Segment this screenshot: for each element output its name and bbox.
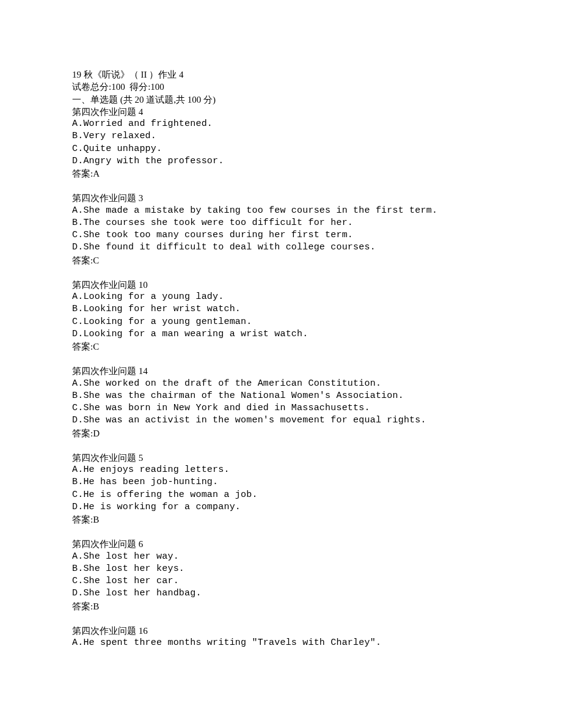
option-a: A.He spent three months writing "Travels… — [72, 637, 500, 649]
question-block: 第四次作业问题 10 A.Looking for a young lady. B… — [72, 279, 500, 353]
question-title: 第四次作业问题 14 — [72, 365, 500, 377]
option-a: A.Looking for a young lady. — [72, 291, 500, 303]
option-d: D.Looking for a man wearing a wrist watc… — [72, 328, 500, 340]
option-c: C.He is offering the woman a job. — [72, 489, 500, 501]
option-c: C.She took too many courses during her f… — [72, 229, 500, 241]
question-title: 第四次作业问题 3 — [72, 192, 500, 204]
option-c: C.She was born in New York and died in M… — [72, 402, 500, 414]
option-a: A.She made a mistake by taking too few c… — [72, 205, 500, 217]
option-b: B.He has been job-hunting. — [72, 476, 500, 488]
question-block: 第四次作业问题 3 A.She made a mistake by taking… — [72, 192, 500, 267]
answer-line: 答案:C — [72, 254, 500, 267]
option-d: D.She lost her handbag. — [72, 587, 500, 600]
question-title: 第四次作业问题 6 — [72, 538, 500, 550]
answer-line: 答案:B — [72, 513, 500, 526]
question-title: 第四次作业问题 16 — [72, 625, 500, 637]
option-d: D.Angry with the professor. — [72, 155, 500, 167]
option-b: B.She lost her keys. — [72, 563, 500, 575]
section-title: 一、单选题 (共 20 道试题,共 100 分) — [72, 94, 500, 106]
answer-line: 答案:D — [72, 427, 500, 439]
answer-line: 答案:B — [72, 600, 500, 612]
option-c: C.Looking for a young gentleman. — [72, 316, 500, 328]
question-block: 第四次作业问题 16 A.He spent three months writi… — [72, 625, 500, 650]
score-line: 试卷总分:100 得分:100 — [72, 81, 500, 93]
option-b: B.Looking for her wrist watch. — [72, 303, 500, 315]
question-block: 第四次作业问题 6 A.She lost her way. B.She lost… — [72, 538, 500, 612]
doc-title: 19 秋《听说》（ II ）作业 4 — [72, 68, 500, 81]
option-d: D.He is working for a company. — [72, 501, 500, 513]
option-a: A.She worked on the draft of the America… — [72, 378, 500, 390]
option-b: B.The courses she took were too difficul… — [72, 217, 500, 229]
option-d: D.She found it difficult to deal with co… — [72, 241, 500, 254]
option-b: B.Very relaxed. — [72, 130, 500, 142]
header-block: 19 秋《听说》（ II ）作业 4 试卷总分:100 得分:100 一、单选题… — [72, 68, 500, 180]
option-a: A.He enjoys reading letters. — [72, 464, 500, 476]
option-a: A.She lost her way. — [72, 551, 500, 563]
answer-line: 答案:A — [72, 167, 500, 180]
question-block: 第四次作业问题 5 A.He enjoys reading letters. B… — [72, 452, 500, 526]
document-page: 19 秋《听说》（ II ）作业 4 试卷总分:100 得分:100 一、单选题… — [0, 0, 500, 649]
option-b: B.She was the chairman of the National W… — [72, 390, 500, 402]
option-a: A.Worried and frightened. — [72, 118, 500, 130]
question-title: 第四次作业问题 5 — [72, 452, 500, 464]
option-c: C.Quite unhappy. — [72, 143, 500, 155]
question-block: 第四次作业问题 14 A.She worked on the draft of … — [72, 365, 500, 439]
option-c: C.She lost her car. — [72, 575, 500, 587]
option-d: D.She was an activist in the women's mov… — [72, 414, 500, 427]
answer-line: 答案:C — [72, 340, 500, 353]
question-title: 第四次作业问题 10 — [72, 279, 500, 291]
question-title: 第四次作业问题 4 — [72, 106, 500, 118]
